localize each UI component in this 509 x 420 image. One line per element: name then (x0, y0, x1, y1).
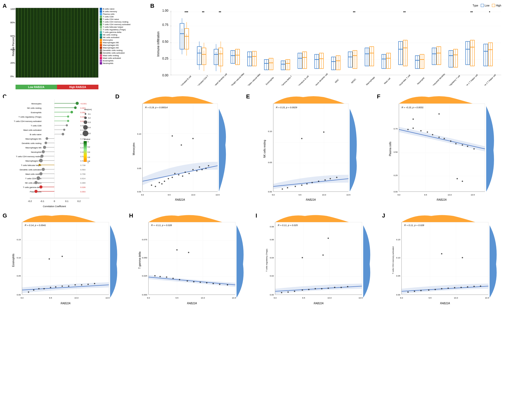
svg-text:9.5: 9.5 (49, 297, 52, 299)
legend-item: Macrophages M2 (100, 47, 145, 49)
svg-point-463 (294, 291, 295, 292)
svg-text:0.3: 0.3 (88, 121, 91, 123)
panel-f-svg: R = -0.15, p = 0.0031 0.00 (377, 93, 506, 210)
legend-item: Macrophages M0 (100, 41, 145, 44)
svg-point-304 (205, 168, 207, 169)
svg-point-430 (166, 277, 167, 278)
svg-text:MDSC: MDSC (351, 78, 357, 84)
svg-point-293 (168, 178, 169, 179)
svg-text:0.593: 0.593 (80, 169, 86, 171)
svg-text:10.5: 10.5 (105, 297, 110, 299)
svg-text:MDC: MDC (334, 78, 339, 83)
figure-container: A Relative Percent 100% 80% 60% 40% 20% … (0, 0, 509, 420)
legend-item: B cells naive (100, 8, 145, 10)
svg-text:**: ** (403, 11, 406, 14)
svg-point-438 (219, 284, 220, 285)
legend-item: NK cells activated (100, 36, 145, 39)
svg-text:1.00: 1.00 (162, 9, 169, 13)
panel-d-svg: R = 0.19, p = 0.00014 (115, 93, 245, 210)
svg-text:0.2: 0.2 (88, 146, 90, 148)
svg-point-395 (33, 289, 34, 291)
legend-text: T cells CD4 memory resting (103, 21, 128, 23)
svg-text:0.000: 0.000 (142, 294, 147, 296)
svg-text:10.0: 10.0 (322, 194, 326, 196)
svg-text:0.00: 0.00 (17, 294, 21, 296)
svg-point-496 (414, 291, 415, 292)
svg-text:T gamma delta: T gamma delta (138, 251, 141, 269)
legend-text: NK cells resting (103, 34, 117, 36)
legend-text: Dendritic cells resting (103, 49, 123, 52)
svg-text:1: 1 (88, 162, 89, 163)
svg-point-367 (462, 144, 463, 146)
svg-text:0.75: 0.75 (393, 128, 398, 130)
legend-color (100, 41, 102, 44)
svg-point-331 (306, 183, 308, 185)
svg-point-399 (55, 286, 56, 288)
svg-point-506 (480, 286, 481, 287)
svg-text:Natural killer T cell: Natural killer T cell (397, 74, 411, 85)
svg-point-184 (74, 106, 77, 109)
svg-point-212 (46, 137, 48, 140)
svg-point-495 (407, 292, 408, 293)
svg-text:RAB22A: RAB22A (187, 302, 197, 305)
svg-point-265 (84, 117, 87, 119)
svg-point-497 (420, 290, 421, 291)
svg-text:***: *** (185, 11, 188, 14)
svg-point-252 (34, 181, 38, 184)
svg-text:10.0: 10.0 (327, 297, 332, 299)
svg-text:T cells CD4 memory activated: T cells CD4 memory activated (392, 247, 394, 274)
svg-text:Correlation Coefficient: Correlation Coefficient (43, 205, 66, 208)
svg-text:T cells CD8: T cells CD8 (31, 125, 42, 127)
svg-point-397 (44, 288, 45, 289)
legend-text: Neutrophils (103, 62, 113, 64)
legend-text: Mast cells activated (103, 57, 121, 59)
svg-text:9.0: 9.0 (272, 194, 275, 196)
svg-point-306 (172, 135, 173, 137)
legend-color (100, 21, 102, 23)
svg-text:abs(cor): abs(cor) (84, 108, 92, 111)
svg-point-366 (455, 143, 457, 144)
svg-point-504 (467, 286, 468, 288)
svg-text:Mast cells resting: Mast cells resting (25, 173, 41, 175)
panel-b: B Type Low High 0.00 0.25 (150, 3, 506, 91)
svg-text:0.1: 0.1 (88, 113, 91, 115)
legend-color (100, 52, 102, 54)
svg-text:T cells follicular helper: T cells follicular helper (21, 164, 41, 166)
svg-text:10.0: 10.0 (74, 297, 78, 299)
legend-item: Mast cells resting (100, 54, 145, 57)
svg-text:9.0: 9.0 (400, 297, 403, 299)
panel-e: E R = 0.15, p = 0.0029 (246, 93, 376, 210)
svg-point-180 (76, 102, 79, 105)
svg-text:0.025: 0.025 (142, 275, 147, 277)
svg-text:Regulatory T cell: Regulatory T cell (448, 75, 461, 85)
svg-point-507 (441, 253, 442, 255)
svg-text:-0.1: -0.1 (40, 200, 44, 202)
svg-text:RAB22A: RAB22A (306, 198, 316, 201)
svg-point-358 (407, 129, 409, 130)
svg-point-337 (301, 138, 303, 139)
panel-a-legend: B cells naiveB cells memoryPlasma cellsT… (100, 8, 145, 65)
svg-point-236 (39, 164, 41, 166)
svg-text:0: 0 (88, 141, 89, 143)
panel-j-svg: R = 0.11, p = 0.028 0.00 0.05 0. (382, 212, 506, 313)
svg-text:0.706: 0.706 (80, 173, 86, 175)
svg-point-398 (50, 287, 51, 288)
svg-point-498 (428, 289, 429, 291)
svg-text:RAB22A: RAB22A (175, 198, 185, 201)
svg-text:Eosinophils: Eosinophils (31, 111, 41, 114)
svg-point-267 (84, 120, 87, 124)
svg-text:**: ** (219, 11, 221, 14)
type-legend: Type Low High (472, 4, 501, 7)
svg-point-232 (39, 159, 43, 162)
svg-point-428 (154, 275, 156, 277)
legend-text: T cells CD4 memory activated (103, 23, 131, 26)
svg-text:0.10: 0.10 (268, 130, 272, 133)
svg-text:0.04: 0.04 (270, 257, 274, 259)
svg-text:0.10: 0.10 (17, 257, 21, 259)
top-row: A Relative Percent 100% 80% 60% 40% 20% … (3, 3, 506, 91)
svg-text:Dendritic cells resting: Dendritic cells resting (22, 142, 41, 144)
svg-text:T cells gamma delta: T cells gamma delta (23, 186, 42, 189)
svg-text:0.2: 0.2 (77, 200, 81, 202)
svg-text:Plasma cells: Plasma cells (389, 142, 392, 156)
svg-point-336 (336, 177, 338, 178)
